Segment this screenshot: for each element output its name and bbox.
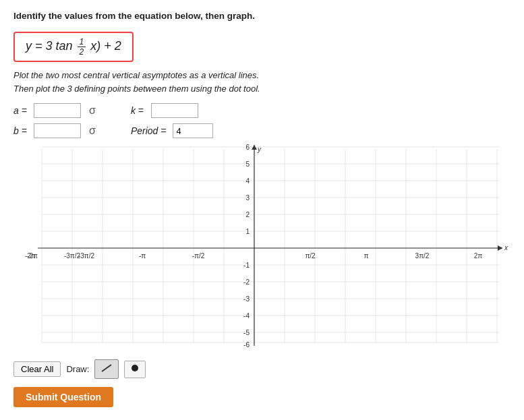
line-tool-button[interactable]	[94, 359, 119, 379]
a-label: a =	[13, 105, 27, 116]
draw-label: Draw:	[66, 364, 89, 374]
svg-text:-2π: -2π	[25, 252, 36, 260]
svg-text:-6: -6	[243, 341, 250, 349]
dot-icon	[130, 363, 140, 373]
instruction: Identify the values from the equation be…	[13, 11, 511, 21]
svg-text:-5: -5	[243, 329, 250, 336]
a-input[interactable]	[34, 103, 81, 118]
svg-point-58	[132, 365, 138, 371]
svg-line-57	[102, 365, 111, 371]
svg-text:y: y	[257, 146, 262, 153]
line-icon	[100, 362, 113, 374]
svg-marker-30	[498, 245, 502, 251]
svg-text:π/2: π/2	[305, 252, 316, 260]
k-input[interactable]	[151, 103, 198, 118]
plot-instruction-line1: Plot the two most central vertical asymp…	[13, 70, 259, 80]
b-sigma-button[interactable]: σ	[88, 125, 97, 137]
clear-all-button[interactable]: Clear All	[13, 361, 61, 377]
svg-text:π: π	[364, 252, 369, 260]
graph-area[interactable]: .grid-line { stroke: #ccc; stroke-width:…	[13, 144, 509, 353]
svg-text:3: 3	[245, 194, 250, 202]
plot-instruction-line2: Then plot the 3 defining points between …	[13, 84, 260, 94]
svg-text:-3π/2: -3π/2	[78, 252, 95, 260]
params-row-ak: a = σ k =	[13, 103, 511, 118]
svg-text:-2: -2	[243, 278, 250, 286]
equation-box: y = 3 tan 1 2 x) + 2	[13, 32, 134, 62]
b-label: b =	[13, 125, 27, 136]
svg-text:5: 5	[245, 160, 250, 168]
svg-text:1: 1	[245, 228, 250, 235]
k-label: k =	[131, 105, 144, 116]
period-input[interactable]	[173, 123, 213, 138]
svg-text:2π: 2π	[474, 252, 483, 260]
plot-instructions: Plot the two most central vertical asymp…	[13, 69, 511, 95]
submit-button[interactable]: Submit Question	[13, 387, 113, 407]
period-label: Period =	[131, 125, 167, 136]
toolbar: Clear All Draw:	[13, 359, 511, 379]
dot-tool-button[interactable]	[124, 361, 146, 378]
svg-text:-4: -4	[243, 312, 250, 320]
svg-text:3π/2: 3π/2	[415, 252, 430, 260]
svg-marker-32	[252, 145, 257, 150]
svg-text:4: 4	[245, 177, 250, 185]
svg-text:-1: -1	[243, 262, 250, 269]
svg-text:2: 2	[245, 211, 250, 218]
svg-text:-π/2: -π/2	[192, 252, 205, 260]
svg-text:-3: -3	[243, 295, 250, 303]
b-input[interactable]	[34, 123, 81, 138]
params-row-b-period: b = σ Period =	[13, 123, 511, 138]
svg-text:-π: -π	[139, 252, 146, 260]
graph-svg[interactable]: .grid-line { stroke: #ccc; stroke-width:…	[13, 144, 509, 353]
svg-text:x: x	[504, 244, 508, 251]
equation-text: y = 3 tan 1 2 x) + 2	[26, 39, 121, 53]
svg-text:6: 6	[245, 144, 250, 151]
a-sigma-button[interactable]: σ	[88, 104, 97, 117]
